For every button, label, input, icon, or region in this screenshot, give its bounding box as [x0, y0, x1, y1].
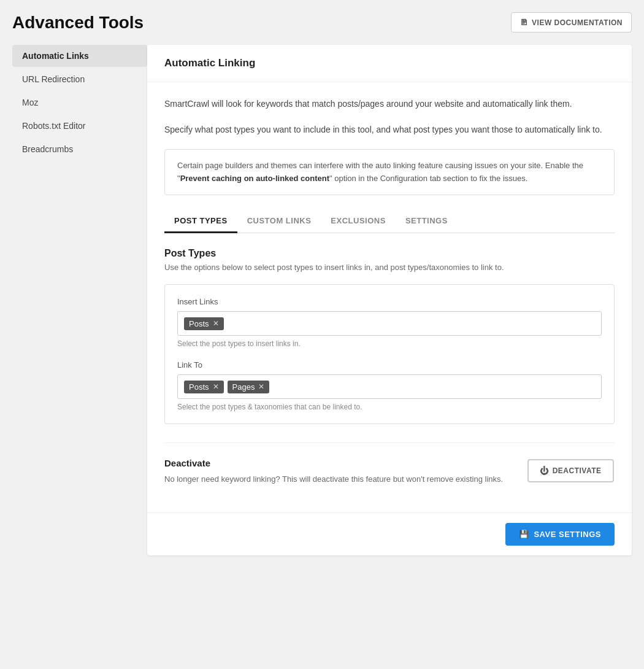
post-types-section: Post Types Use the options below to sele…: [164, 248, 615, 424]
insert-links-group: Insert Links Posts ✕ Select the post typ…: [177, 297, 602, 348]
post-types-title: Post Types: [164, 248, 615, 259]
tab-custom-links[interactable]: CUSTOM LINKS: [237, 210, 321, 233]
footer-bar: 💾 SAVE SETTINGS: [147, 512, 632, 555]
tag-posts-link[interactable]: Posts ✕: [184, 381, 224, 393]
view-doc-label: VIEW DOCUMENTATION: [532, 18, 623, 27]
save-settings-button[interactable]: 💾 SAVE SETTINGS: [505, 523, 615, 546]
tab-settings[interactable]: SETTINGS: [396, 210, 458, 233]
save-icon: 💾: [519, 530, 529, 539]
tag-pages-link-remove[interactable]: ✕: [258, 382, 264, 391]
link-to-group: Link To Posts ✕ Pages ✕: [177, 360, 602, 411]
description-1: SmartCrawl will look for keywords that m…: [164, 97, 615, 110]
tag-posts-insert[interactable]: Posts ✕: [184, 317, 224, 330]
content-title: Automatic Linking: [164, 57, 615, 69]
tag-posts-insert-label: Posts: [189, 319, 209, 328]
insert-links-input[interactable]: Posts ✕: [177, 311, 602, 336]
doc-icon: 🖹: [520, 18, 529, 27]
description-2: Specify what post types you want to incl…: [164, 123, 615, 136]
content-area: Automatic Linking SmartCrawl will look f…: [147, 45, 632, 555]
notice-box: Certain page builders and themes can int…: [164, 149, 615, 196]
tag-posts-link-remove[interactable]: ✕: [213, 382, 219, 391]
post-types-subtitle: Use the options below to select post typ…: [164, 263, 615, 272]
save-button-label: SAVE SETTINGS: [534, 530, 601, 539]
sidebar-item-automatic-links[interactable]: Automatic Links: [12, 45, 147, 67]
sidebar: Automatic Links URL Redirection Moz Robo…: [12, 45, 147, 555]
tag-posts-insert-remove[interactable]: ✕: [213, 319, 219, 328]
link-to-input[interactable]: Posts ✕ Pages ✕: [177, 374, 602, 399]
divider: [164, 443, 615, 443]
content-body: SmartCrawl will look for keywords that m…: [147, 82, 632, 512]
tabs: POST TYPES CUSTOM LINKS EXCLUSIONS SETTI…: [164, 210, 615, 233]
tab-post-types[interactable]: POST TYPES: [164, 210, 237, 233]
tag-pages-link[interactable]: Pages ✕: [228, 381, 270, 393]
content-header: Automatic Linking: [147, 45, 632, 82]
post-types-card: Insert Links Posts ✕ Select the post typ…: [164, 284, 615, 424]
sidebar-item-robots-txt-editor[interactable]: Robots.txt Editor: [12, 115, 147, 137]
deactivate-text: Deactivate No longer need keyword linkin…: [164, 458, 503, 485]
page-wrapper: Advanced Tools 🖹 VIEW DOCUMENTATION Auto…: [0, 0, 644, 669]
page-header: Advanced Tools 🖹 VIEW DOCUMENTATION: [12, 12, 632, 33]
sidebar-item-moz[interactable]: Moz: [12, 91, 147, 114]
deactivate-description: No longer need keyword linking? This wil…: [164, 473, 503, 485]
sidebar-item-breadcrumbs[interactable]: Breadcrumbs: [12, 138, 147, 160]
link-to-hint: Select the post types & taxonomies that …: [177, 403, 602, 411]
insert-links-label: Insert Links: [177, 297, 602, 306]
deactivate-title: Deactivate: [164, 458, 503, 468]
deactivate-section: Deactivate No longer need keyword linkin…: [164, 458, 615, 498]
insert-links-hint: Select the post types to insert links in…: [177, 339, 602, 348]
page-title: Advanced Tools: [12, 13, 144, 33]
main-layout: Automatic Links URL Redirection Moz Robo…: [12, 45, 632, 555]
tag-posts-link-label: Posts: [189, 382, 209, 392]
deactivate-button-label: DEACTIVATE: [553, 466, 602, 475]
tab-exclusions[interactable]: EXCLUSIONS: [321, 210, 396, 233]
link-to-label: Link To: [177, 360, 602, 369]
power-icon: ⏻: [540, 466, 549, 476]
sidebar-item-url-redirection[interactable]: URL Redirection: [12, 68, 147, 90]
notice-bold: Prevent caching on auto-linked content: [180, 174, 329, 183]
tag-pages-link-label: Pages: [232, 382, 255, 392]
view-documentation-button[interactable]: 🖹 VIEW DOCUMENTATION: [511, 12, 632, 33]
deactivate-button[interactable]: ⏻ DEACTIVATE: [527, 459, 613, 482]
